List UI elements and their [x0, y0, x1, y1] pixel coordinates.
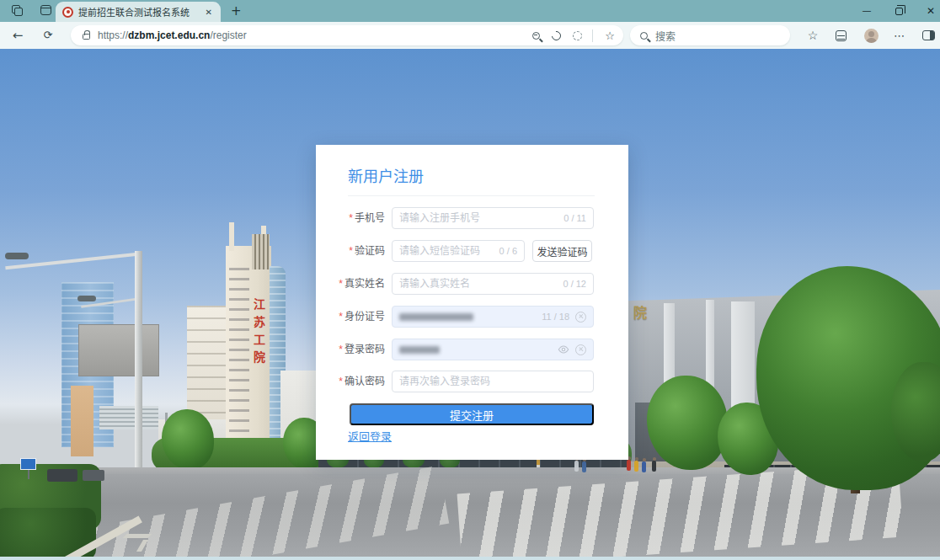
settings-menu-icon[interactable]: ⋯ [889, 26, 910, 45]
tab-actions-icon[interactable] [40, 5, 52, 17]
phone-input[interactable]: 0 / 11 [392, 207, 594, 229]
lock-icon [83, 34, 90, 40]
page-title: 新用户注册 [348, 164, 424, 186]
collections-icon[interactable] [831, 26, 851, 45]
divider [592, 29, 593, 42]
phone-counter: 0 / 11 [563, 213, 586, 223]
show-password-eye-icon[interactable] [558, 344, 569, 355]
id-value-redacted [399, 313, 473, 321]
site-favicon-icon [62, 7, 73, 18]
browser-titlebar: 提前招生联合测试报名系统 ✕ + — ✕ [0, 0, 940, 22]
browser-tab[interactable]: 提前招生联合测试报名系统 ✕ [56, 2, 221, 22]
form-row-idnumber: *身份证号 11 / 18 [316, 306, 628, 328]
confirm-label: 确认密码 [344, 376, 385, 387]
photo-road-marking [123, 534, 152, 538]
code-field[interactable] [399, 245, 494, 257]
form-row-password: *登录密码 [316, 339, 628, 360]
workspaces-icon[interactable] [12, 5, 24, 17]
browser-toolbar: ← ⟳ https://dzbm.jcet.edu.cn/register ☆ … [0, 22, 940, 49]
search-icon [640, 32, 648, 40]
window-bottom-edge [0, 557, 940, 560]
form-row-name: *真实姓名 0 / 12 [316, 273, 628, 295]
refresh-icon[interactable]: ⟳ [39, 26, 57, 45]
photo-louver-building [99, 406, 158, 429]
photo-vehicle [83, 470, 104, 481]
profile-avatar[interactable] [861, 26, 881, 45]
required-mark: * [339, 344, 343, 355]
name-label: 真实姓名 [344, 278, 385, 290]
photo-pedestrian [582, 461, 586, 472]
photo-road-sign-back [78, 324, 159, 376]
required-mark: * [339, 278, 343, 290]
password-label: 登录密码 [344, 344, 385, 355]
form-row-confirm: *确认密码 [316, 371, 628, 392]
page-content: 江苏工院 院 [0, 49, 940, 557]
name-input[interactable]: 0 / 12 [392, 273, 594, 295]
browser-window: 提前招生联合测试报名系统 ✕ + — ✕ ← ⟳ https://dzbm.jc… [0, 0, 940, 560]
register-card: 新用户注册 *手机号 0 / 11 *验证码 0 / 6 发送验证码 *真实姓名 [316, 145, 628, 460]
phone-field[interactable] [399, 212, 558, 224]
photo-tree [162, 409, 214, 470]
favorites-icon[interactable]: ☆ [803, 26, 823, 45]
divider [348, 195, 595, 196]
confirm-input[interactable] [392, 371, 594, 392]
required-mark: * [339, 376, 343, 387]
photo-lamp-head [77, 296, 96, 301]
url-text[interactable]: https://dzbm.jcet.edu.cn/register [98, 29, 521, 41]
id-label: 身份证号 [344, 311, 385, 323]
photo-pedestrian [634, 461, 638, 472]
required-mark: * [349, 212, 353, 224]
code-label: 验证码 [355, 245, 385, 257]
photo-tower-grid [252, 234, 270, 269]
submit-register-button[interactable]: 提交注册 [350, 403, 594, 425]
clear-icon[interactable] [575, 312, 586, 323]
form-row-code: *验证码 0 / 6 发送验证码 [316, 240, 628, 262]
address-bar[interactable]: https://dzbm.jcet.edu.cn/register ☆ [71, 25, 623, 45]
permissions-icon[interactable] [573, 31, 582, 40]
code-counter: 0 / 6 [499, 246, 517, 256]
close-window-button[interactable]: ✕ [916, 0, 940, 22]
back-icon[interactable]: ← [8, 26, 27, 45]
phone-label: 手机号 [355, 212, 385, 224]
confirm-field[interactable] [399, 376, 586, 387]
photo-vehicle [47, 469, 77, 482]
photo-blue-sign [20, 458, 36, 470]
required-mark: * [339, 311, 343, 323]
photo-tower-crown [229, 222, 234, 251]
photo-pedestrian [574, 461, 579, 472]
sidebar-toggle-icon[interactable] [918, 26, 938, 45]
id-input[interactable]: 11 / 18 [392, 306, 594, 328]
back-to-login-link[interactable]: 返回登录 [348, 428, 392, 444]
photo-pedestrian [627, 460, 631, 471]
search-placeholder: 搜索 [655, 29, 676, 43]
photo-lamp-head [5, 253, 29, 259]
form-row-phone: *手机号 0 / 11 [316, 207, 628, 229]
send-code-button[interactable]: 发送验证码 [532, 240, 592, 262]
clear-icon[interactable] [575, 344, 586, 355]
photo-gate-sign-text: 院 [633, 301, 647, 322]
password-input[interactable] [392, 339, 594, 360]
photo-tower-sign-text: 江苏工院 [252, 298, 265, 404]
tab-close-icon[interactable]: ✕ [204, 6, 214, 19]
restore-button[interactable] [884, 0, 913, 22]
translate-icon[interactable] [550, 29, 563, 41]
photo-pedestrian [642, 461, 646, 472]
name-counter: 0 / 12 [563, 279, 586, 289]
favorite-star-icon[interactable]: ☆ [605, 30, 615, 41]
minimize-button[interactable]: — [852, 0, 881, 22]
search-box[interactable]: 搜索 [630, 25, 790, 45]
required-mark: * [349, 245, 353, 257]
password-value-redacted [399, 346, 440, 354]
new-tab-button[interactable]: + [227, 2, 245, 20]
name-field[interactable] [399, 278, 558, 290]
photo-orange-building [71, 386, 93, 456]
tab-title: 提前招生联合测试报名系统 [78, 5, 199, 19]
photo-lamp-pole [135, 251, 142, 477]
code-input[interactable]: 0 / 6 [392, 240, 525, 262]
zoom-icon[interactable] [532, 32, 540, 40]
id-counter: 11 / 18 [542, 312, 569, 322]
photo-pedestrian [652, 461, 656, 472]
